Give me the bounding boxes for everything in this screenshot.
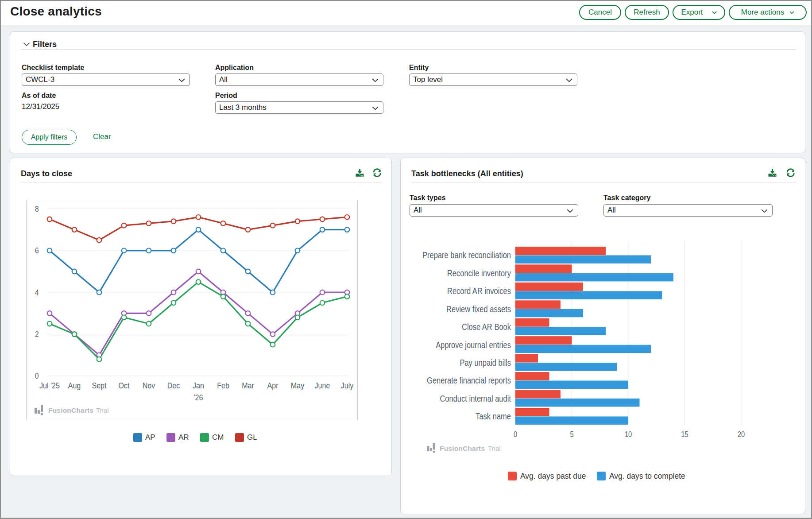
svg-text:Dec: Dec (167, 381, 180, 390)
svg-text:Record AR invoices: Record AR invoices (447, 286, 511, 296)
svg-text:Apr: Apr (267, 381, 279, 390)
svg-text:May: May (291, 381, 305, 390)
svg-text:4: 4 (35, 288, 39, 297)
svg-text:20: 20 (738, 430, 745, 439)
svg-text:Sept: Sept (92, 381, 107, 390)
svg-text:Oct: Oct (119, 381, 130, 390)
svg-text:Close AR Book: Close AR Book (462, 321, 511, 332)
svg-text:Pay unpaid bills: Pay unpaid bills (460, 357, 511, 368)
svg-text:Trial: Trial (96, 407, 109, 414)
svg-text:Trial: Trial (488, 445, 501, 452)
svg-text:FusionCharts: FusionCharts (440, 445, 485, 452)
svg-text:Task name: Task name (476, 411, 511, 421)
svg-text:5: 5 (570, 430, 573, 439)
svg-text:July: July (341, 381, 354, 390)
svg-text:Nov: Nov (143, 381, 155, 390)
svg-text:6: 6 (35, 246, 39, 255)
svg-text:10: 10 (625, 430, 632, 439)
svg-text:Prepare bank reconciliation: Prepare bank reconciliation (422, 250, 511, 260)
svg-text:2: 2 (35, 330, 39, 339)
svg-text:Approve journal entries: Approve journal entries (436, 340, 511, 350)
svg-text:Conduct internal audit: Conduct internal audit (440, 393, 511, 403)
svg-text:June: June (315, 381, 330, 390)
svg-text:Mar: Mar (242, 381, 254, 390)
svg-text:0: 0 (35, 372, 39, 380)
svg-text:0: 0 (514, 430, 517, 439)
svg-text:Jul '25: Jul '25 (39, 381, 60, 390)
svg-text:Reconcile inventory: Reconcile inventory (447, 268, 511, 278)
svg-text:Feb: Feb (217, 381, 229, 390)
svg-text:'26: '26 (194, 393, 203, 402)
svg-text:Aug: Aug (68, 381, 81, 390)
svg-text:Jan: Jan (193, 381, 204, 390)
svg-text:Review fixed assets: Review fixed assets (446, 304, 511, 314)
svg-text:8: 8 (35, 205, 39, 213)
svg-text:Generate financial reports: Generate financial reports (427, 375, 511, 385)
svg-text:FusionCharts: FusionCharts (48, 407, 93, 414)
svg-text:15: 15 (681, 430, 688, 439)
